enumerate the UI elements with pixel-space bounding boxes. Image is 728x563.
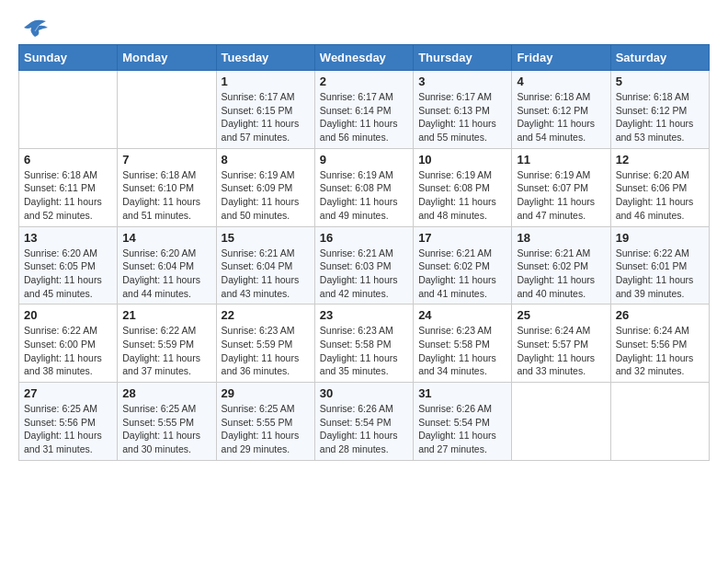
day-info: Sunrise: 6:25 AMSunset: 5:55 PMDaylight:… [222, 402, 310, 456]
day-number: 25 [517, 308, 605, 322]
weekday-header: Friday [512, 45, 610, 71]
calendar-cell: 16Sunrise: 6:21 AMSunset: 6:03 PMDayligh… [314, 226, 413, 304]
day-info: Sunrise: 6:19 AMSunset: 6:07 PMDaylight:… [517, 168, 605, 223]
day-number: 10 [418, 153, 506, 167]
calendar-cell: 20Sunrise: 6:22 AMSunset: 6:00 PMDayligh… [19, 304, 118, 383]
calendar-cell: 19Sunrise: 6:22 AMSunset: 6:01 PMDayligh… [610, 226, 709, 304]
day-number: 20 [24, 308, 112, 322]
calendar-cell: 28Sunrise: 6:25 AMSunset: 5:55 PMDayligh… [118, 383, 216, 461]
calendar-cell: 2Sunrise: 6:17 AMSunset: 6:14 PMDaylight… [314, 71, 413, 149]
calendar-week-row: 6Sunrise: 6:18 AMSunset: 6:11 PMDaylight… [19, 148, 710, 226]
day-number: 15 [222, 231, 310, 245]
day-info: Sunrise: 6:22 AMSunset: 5:59 PMDaylight:… [122, 324, 210, 378]
calendar-week-row: 20Sunrise: 6:22 AMSunset: 6:00 PMDayligh… [19, 304, 710, 383]
calendar-cell: 24Sunrise: 6:23 AMSunset: 5:58 PMDayligh… [414, 304, 512, 383]
day-number: 28 [122, 386, 210, 400]
page-header [18, 18, 710, 35]
calendar-cell: 7Sunrise: 6:18 AMSunset: 6:10 PMDaylight… [118, 148, 216, 226]
day-number: 21 [122, 308, 210, 322]
day-number: 12 [616, 153, 704, 167]
day-info: Sunrise: 6:23 AMSunset: 5:59 PMDaylight:… [222, 324, 310, 378]
day-info: Sunrise: 6:22 AMSunset: 6:00 PMDaylight:… [24, 324, 112, 378]
calendar-cell: 29Sunrise: 6:25 AMSunset: 5:55 PMDayligh… [216, 383, 314, 461]
day-info: Sunrise: 6:18 AMSunset: 6:12 PMDaylight:… [517, 90, 605, 144]
calendar-cell: 11Sunrise: 6:19 AMSunset: 6:07 PMDayligh… [512, 148, 610, 226]
weekday-header: Wednesday [314, 45, 413, 71]
day-number: 30 [320, 386, 408, 400]
calendar-body: 1Sunrise: 6:17 AMSunset: 6:15 PMDaylight… [19, 71, 710, 461]
weekday-header: Sunday [19, 45, 118, 71]
day-info: Sunrise: 6:25 AMSunset: 5:56 PMDaylight:… [24, 402, 112, 456]
calendar-cell [512, 383, 610, 461]
day-number: 5 [616, 75, 704, 88]
day-info: Sunrise: 6:21 AMSunset: 6:03 PMDaylight:… [320, 247, 408, 301]
day-info: Sunrise: 6:23 AMSunset: 5:58 PMDaylight:… [320, 324, 408, 378]
calendar-cell: 23Sunrise: 6:23 AMSunset: 5:58 PMDayligh… [314, 304, 413, 383]
calendar-cell [118, 71, 216, 149]
day-number: 1 [222, 75, 310, 88]
day-info: Sunrise: 6:23 AMSunset: 5:58 PMDaylight:… [418, 324, 506, 378]
weekday-header: Saturday [610, 45, 709, 71]
day-info: Sunrise: 6:18 AMSunset: 6:11 PMDaylight:… [24, 168, 112, 223]
day-info: Sunrise: 6:20 AMSunset: 6:06 PMDaylight:… [616, 168, 704, 223]
day-info: Sunrise: 6:19 AMSunset: 6:08 PMDaylight:… [418, 168, 506, 223]
day-number: 2 [320, 75, 408, 88]
day-number: 24 [418, 308, 506, 322]
day-info: Sunrise: 6:17 AMSunset: 6:14 PMDaylight:… [320, 90, 408, 144]
day-number: 31 [418, 386, 506, 400]
day-number: 8 [222, 153, 310, 167]
header-row: SundayMondayTuesdayWednesdayThursdayFrid… [19, 45, 710, 71]
day-info: Sunrise: 6:17 AMSunset: 6:13 PMDaylight:… [418, 90, 506, 144]
weekday-header: Thursday [414, 45, 512, 71]
day-info: Sunrise: 6:18 AMSunset: 6:10 PMDaylight:… [122, 168, 210, 223]
calendar-cell: 15Sunrise: 6:21 AMSunset: 6:04 PMDayligh… [216, 226, 314, 304]
day-info: Sunrise: 6:26 AMSunset: 5:54 PMDaylight:… [320, 402, 408, 456]
weekday-header: Monday [118, 45, 216, 71]
day-number: 17 [418, 231, 506, 245]
day-number: 18 [517, 231, 605, 245]
calendar-cell: 14Sunrise: 6:20 AMSunset: 6:04 PMDayligh… [118, 226, 216, 304]
logo [18, 18, 50, 35]
day-number: 14 [122, 231, 210, 245]
day-number: 29 [222, 386, 310, 400]
day-info: Sunrise: 6:26 AMSunset: 5:54 PMDaylight:… [418, 402, 506, 456]
day-info: Sunrise: 6:19 AMSunset: 6:09 PMDaylight:… [222, 168, 310, 223]
calendar-cell: 12Sunrise: 6:20 AMSunset: 6:06 PMDayligh… [610, 148, 709, 226]
weekday-header: Tuesday [216, 45, 314, 71]
calendar-cell: 4Sunrise: 6:18 AMSunset: 6:12 PMDaylight… [512, 71, 610, 149]
calendar-cell: 27Sunrise: 6:25 AMSunset: 5:56 PMDayligh… [19, 383, 118, 461]
day-number: 11 [517, 153, 605, 167]
day-number: 9 [320, 153, 408, 167]
day-number: 4 [517, 75, 605, 88]
day-info: Sunrise: 6:19 AMSunset: 6:08 PMDaylight:… [320, 168, 408, 223]
day-number: 13 [24, 231, 112, 245]
calendar-cell [19, 71, 118, 149]
calendar-table: SundayMondayTuesdayWednesdayThursdayFrid… [18, 44, 710, 461]
calendar-cell: 1Sunrise: 6:17 AMSunset: 6:15 PMDaylight… [216, 71, 314, 149]
day-info: Sunrise: 6:20 AMSunset: 6:05 PMDaylight:… [24, 247, 112, 301]
calendar-cell: 5Sunrise: 6:18 AMSunset: 6:12 PMDaylight… [610, 71, 709, 149]
day-number: 22 [222, 308, 310, 322]
logo-bird-icon [20, 18, 50, 39]
day-number: 26 [616, 308, 704, 322]
day-info: Sunrise: 6:17 AMSunset: 6:15 PMDaylight:… [222, 90, 310, 144]
calendar-cell: 26Sunrise: 6:24 AMSunset: 5:56 PMDayligh… [610, 304, 709, 383]
calendar-cell: 22Sunrise: 6:23 AMSunset: 5:59 PMDayligh… [216, 304, 314, 383]
day-number: 3 [418, 75, 506, 88]
calendar-cell: 30Sunrise: 6:26 AMSunset: 5:54 PMDayligh… [314, 383, 413, 461]
day-info: Sunrise: 6:21 AMSunset: 6:02 PMDaylight:… [517, 247, 605, 301]
calendar-cell: 17Sunrise: 6:21 AMSunset: 6:02 PMDayligh… [414, 226, 512, 304]
day-number: 6 [24, 153, 112, 167]
calendar-week-row: 13Sunrise: 6:20 AMSunset: 6:05 PMDayligh… [19, 226, 710, 304]
calendar-cell: 10Sunrise: 6:19 AMSunset: 6:08 PMDayligh… [414, 148, 512, 226]
calendar-cell: 8Sunrise: 6:19 AMSunset: 6:09 PMDaylight… [216, 148, 314, 226]
calendar-cell: 3Sunrise: 6:17 AMSunset: 6:13 PMDaylight… [414, 71, 512, 149]
calendar-cell: 25Sunrise: 6:24 AMSunset: 5:57 PMDayligh… [512, 304, 610, 383]
calendar-header: SundayMondayTuesdayWednesdayThursdayFrid… [19, 45, 710, 71]
calendar-cell [610, 383, 709, 461]
calendar-cell: 9Sunrise: 6:19 AMSunset: 6:08 PMDaylight… [314, 148, 413, 226]
calendar-week-row: 27Sunrise: 6:25 AMSunset: 5:56 PMDayligh… [19, 383, 710, 461]
calendar-cell: 21Sunrise: 6:22 AMSunset: 5:59 PMDayligh… [118, 304, 216, 383]
day-info: Sunrise: 6:25 AMSunset: 5:55 PMDaylight:… [122, 402, 210, 456]
day-info: Sunrise: 6:24 AMSunset: 5:56 PMDaylight:… [616, 324, 704, 378]
